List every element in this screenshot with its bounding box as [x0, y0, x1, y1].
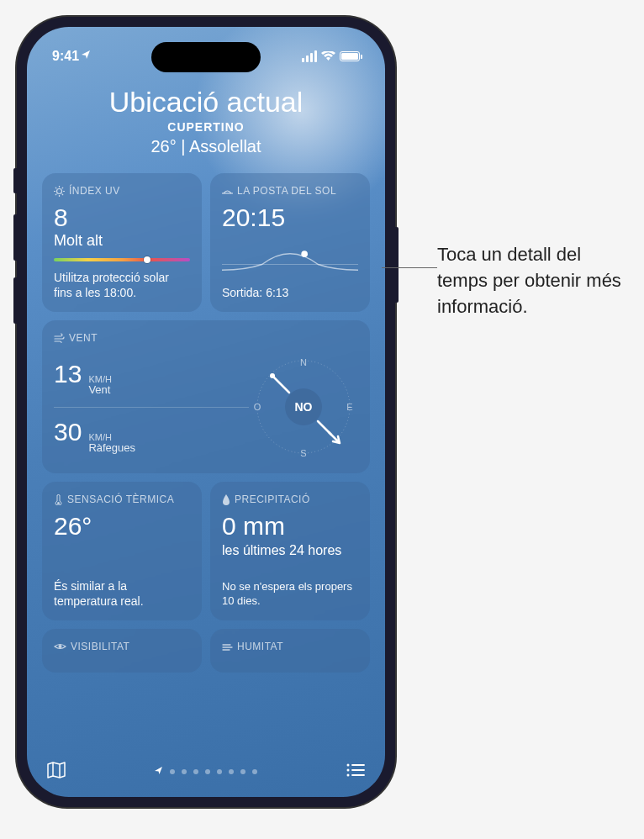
page-indicator[interactable]: [155, 767, 257, 777]
precipitation-label: PRECIPITACIÓ: [235, 493, 310, 505]
page-dot: [240, 769, 245, 774]
uv-indicator-dot: [144, 256, 150, 263]
battery-icon: [340, 51, 360, 61]
wind-speed-label: Vent: [88, 384, 112, 396]
svg-point-11: [301, 251, 308, 257]
visibility-label: VISIBILITAT: [71, 641, 129, 652]
dynamic-island: [151, 42, 261, 72]
page-dot: [217, 769, 222, 774]
wind-compass: N S E O NO: [249, 352, 358, 462]
svg-text:E: E: [346, 402, 352, 412]
svg-point-24: [347, 764, 350, 767]
uv-level: Molt alt: [54, 232, 190, 250]
annotation-leader-line: [382, 267, 437, 268]
annotation-text: Toca un detall del temps per obtenir més…: [437, 242, 631, 319]
gust-speed-label: Ràfegues: [88, 442, 135, 454]
svg-point-20: [270, 373, 275, 378]
eye-icon: [54, 642, 66, 651]
location-services-icon: [82, 50, 91, 62]
precipitation-value: 0 mm: [222, 514, 358, 539]
svg-line-5: [55, 187, 56, 187]
precipitation-tile[interactable]: PRECIPITACIÓ 0 mm les últimes 24 hores N…: [210, 482, 370, 620]
feels-like-description: És similar a la temperatura real.: [54, 578, 190, 609]
humidity-label: HUMITAT: [237, 641, 283, 652]
volume-down-button: [13, 277, 17, 324]
svg-point-22: [57, 502, 60, 504]
uv-description: Utilitza protecció solar fins a les 18:0…: [54, 270, 190, 300]
gust-speed-unit: KM/H: [88, 432, 135, 442]
sunset-tile[interactable]: LA POSTA DEL SOL 20:15 Sortida: 6:13: [210, 173, 370, 312]
wind-speed: 13: [54, 360, 82, 388]
volume-up-button: [13, 214, 17, 261]
uv-index-tile[interactable]: ÍNDEX UV 8 Molt alt Utilitza protecció s…: [42, 173, 202, 312]
phone-frame: 9:41 Ubicació actual CUPE: [17, 17, 395, 807]
page-dot: [193, 769, 198, 774]
location-header: Ubicació actual CUPERTINO 26° | Assolell…: [42, 86, 370, 156]
page-dot: [205, 769, 210, 774]
feels-like-value: 26°: [54, 514, 190, 539]
status-time: 9:41: [52, 49, 79, 64]
wifi-icon: [321, 51, 335, 61]
svg-line-6: [62, 193, 63, 194]
humidity-tile[interactable]: HUMITAT: [210, 629, 370, 673]
svg-point-28: [347, 774, 350, 777]
sunset-label: LA POSTA DEL SOL: [237, 185, 336, 197]
location-title: Ubicació actual: [42, 86, 370, 119]
uv-label: ÍNDEX UV: [69, 185, 120, 197]
sun-icon: [54, 186, 65, 197]
page-dot: [252, 769, 257, 774]
page-dot: [229, 769, 234, 774]
raindrop-icon: [222, 494, 230, 505]
sunrise-time: Sortida: 6:13: [222, 285, 358, 300]
uv-scale-bar: [54, 258, 190, 261]
svg-line-7: [55, 193, 56, 194]
page-dot: [170, 769, 175, 774]
power-button: [395, 227, 399, 303]
svg-text:NO: NO: [295, 400, 313, 414]
svg-point-0: [57, 188, 62, 193]
cellular-signal-icon: [302, 50, 317, 62]
feels-like-label: SENSACIÓ TÈRMICA: [67, 493, 174, 505]
svg-point-23: [59, 645, 62, 648]
bottom-toolbar: [27, 755, 385, 789]
svg-line-21: [318, 421, 331, 435]
svg-line-8: [62, 187, 63, 187]
humidity-icon: [222, 642, 233, 652]
thermometer-icon: [54, 494, 63, 505]
sun-path-chart: [222, 235, 358, 277]
map-button[interactable]: [47, 762, 66, 782]
current-location-dot: [155, 767, 163, 777]
sunset-time: 20:15: [222, 205, 358, 230]
svg-point-26: [347, 769, 350, 772]
uv-value: 8: [54, 205, 190, 230]
visibility-tile[interactable]: VISIBILITAT: [42, 629, 202, 673]
precipitation-period: les últimes 24 hores: [222, 542, 358, 558]
page-dot: [182, 769, 187, 774]
wind-icon: [54, 333, 65, 344]
wind-label: VENT: [69, 332, 98, 344]
phone-screen: 9:41 Ubicació actual CUPE: [27, 27, 385, 797]
city-name: CUPERTINO: [42, 120, 370, 134]
svg-text:N: N: [300, 357, 307, 367]
svg-text:S: S: [300, 448, 306, 458]
sunset-icon: [222, 186, 233, 197]
precipitation-description: No se n'espera els propers 10 dies.: [222, 580, 358, 609]
wind-tile[interactable]: VENT 13 KM/H Vent: [42, 320, 370, 473]
svg-text:O: O: [254, 402, 261, 412]
feels-like-tile[interactable]: SENSACIÓ TÈRMICA 26° És similar a la tem…: [42, 482, 202, 620]
list-button[interactable]: [346, 763, 365, 780]
phone-side-button: [13, 168, 17, 193]
temp-condition: 26° | Assolellat: [42, 137, 370, 156]
svg-line-19: [272, 376, 289, 393]
gust-speed: 30: [54, 418, 82, 446]
